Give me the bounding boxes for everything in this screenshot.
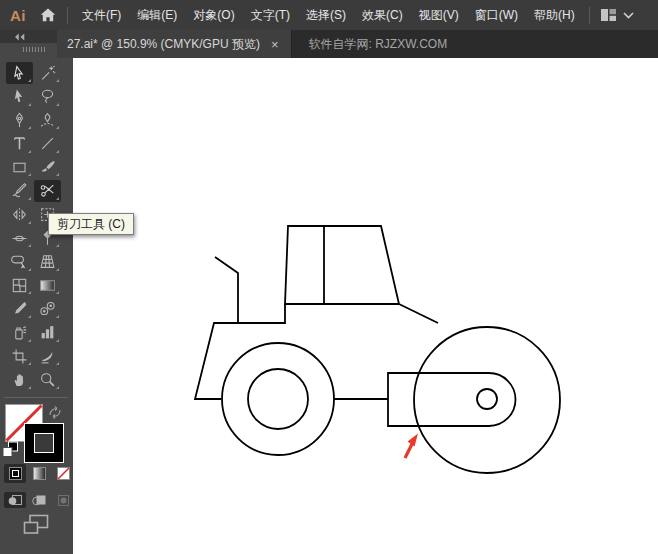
- blend-icon: [39, 300, 56, 317]
- direct-selection-tool[interactable]: [6, 86, 33, 108]
- zoom-tool[interactable]: [34, 369, 61, 391]
- menubar-right: [583, 7, 658, 24]
- menu-item-type[interactable]: 文字(T): [243, 0, 298, 30]
- none-swatch-icon: [57, 467, 70, 480]
- draw-normal-icon: [8, 495, 22, 506]
- rectangle-tool[interactable]: [6, 156, 33, 178]
- home-icon: [40, 8, 56, 22]
- handle-line[interactable]: [399, 304, 438, 323]
- pen-icon: [11, 112, 28, 129]
- shaper-tool[interactable]: [6, 180, 33, 202]
- workspace-switcher-icon[interactable]: [600, 8, 617, 22]
- color-fill-icon: [9, 467, 22, 480]
- color-button[interactable]: [4, 464, 26, 483]
- gradient-swatch-icon: [33, 467, 46, 480]
- lasso-tool[interactable]: [34, 86, 61, 108]
- curvature-tool[interactable]: [34, 109, 61, 131]
- rear-wheel-outer[interactable]: [222, 343, 334, 455]
- draw-behind-button[interactable]: [28, 492, 50, 508]
- stroke-color-swatch[interactable]: [24, 423, 64, 463]
- front-roller[interactable]: [414, 327, 560, 473]
- tabbar-promo-text: 软件自学网: RJZXW.COM: [309, 30, 448, 58]
- mesh-icon: [11, 277, 28, 294]
- pen-tool[interactable]: [6, 109, 33, 131]
- swap-fill-stroke-icon[interactable]: [47, 405, 63, 420]
- menu-item-effect[interactable]: 效果(C): [354, 0, 411, 30]
- menu-item-window[interactable]: 窗口(W): [467, 0, 526, 30]
- knife-icon: [39, 348, 56, 365]
- document-tab[interactable]: 27.ai* @ 150.9% (CMYK/GPU 预览) ×: [57, 30, 292, 58]
- draw-inside-icon: [56, 495, 70, 506]
- line-segment-icon: [39, 135, 56, 152]
- collapse-panel-icon[interactable]: [14, 33, 25, 41]
- hand-tool[interactable]: [6, 369, 33, 391]
- menu-item-help[interactable]: 帮助(H): [526, 0, 583, 30]
- menu-item-view[interactable]: 视图(V): [411, 0, 467, 30]
- symbol-sprayer-tool[interactable]: [6, 322, 33, 344]
- paintbrush-tool[interactable]: [34, 156, 61, 178]
- annotation-arrow: [405, 434, 418, 459]
- menubar: Ai 文件(F) 编辑(E) 对象(O) 文字(T) 选择(S) 效果(C) 视…: [0, 0, 658, 30]
- selection-arrow-icon: [11, 65, 28, 82]
- shaper-icon: [11, 182, 28, 199]
- change-screen-mode-button[interactable]: [23, 514, 49, 535]
- panel-drag-grip[interactable]: [23, 47, 45, 52]
- close-tab-icon[interactable]: ×: [269, 37, 281, 52]
- drawing-mode-buttons: [4, 492, 74, 508]
- magnifier-icon: [39, 371, 56, 388]
- menu-item-file[interactable]: 文件(F): [74, 0, 129, 30]
- rear-wheel-inner[interactable]: [248, 369, 308, 429]
- slice-tool[interactable]: [34, 345, 61, 367]
- artboard-tool[interactable]: [6, 345, 33, 367]
- home-button[interactable]: [35, 0, 61, 30]
- document-tab-title: 27.ai* @ 150.9% (CMYK/GPU 预览): [67, 36, 260, 53]
- menu-list: 文件(F) 编辑(E) 对象(O) 文字(T) 选择(S) 效果(C) 视图(V…: [74, 0, 583, 30]
- line-segment-tool[interactable]: [34, 133, 61, 155]
- reflect-icon: [11, 206, 28, 223]
- width-tool[interactable]: [6, 227, 33, 249]
- paintbrush-icon: [39, 159, 56, 176]
- body-outline[interactable]: [195, 304, 285, 399]
- scissors-tool[interactable]: [34, 180, 61, 202]
- type-tool[interactable]: [6, 133, 33, 155]
- default-fill-stroke-icon[interactable]: [2, 441, 19, 458]
- shape-builder-tool[interactable]: [6, 251, 33, 273]
- tab-bar: 27.ai* @ 150.9% (CMYK/GPU 预览) × 软件自学网: R…: [0, 30, 658, 58]
- draw-behind-icon: [32, 495, 46, 506]
- draw-inside-button[interactable]: [52, 492, 74, 508]
- perspective-grid-tool[interactable]: [34, 251, 61, 273]
- artwork-road-roller: [73, 58, 658, 554]
- none-button[interactable]: [52, 464, 74, 483]
- blend-tool[interactable]: [34, 298, 61, 320]
- reflect-tool[interactable]: [6, 204, 33, 226]
- document-canvas[interactable]: [73, 58, 658, 554]
- magic-wand-tool[interactable]: [34, 62, 61, 84]
- spray-can-icon: [11, 324, 28, 341]
- tool-tooltip: 剪刀工具 (C): [48, 213, 134, 235]
- eyedropper-tool[interactable]: [6, 298, 33, 320]
- gradient-button[interactable]: [28, 464, 50, 483]
- exhaust-pipe[interactable]: [215, 257, 238, 323]
- shape-builder-icon: [11, 253, 28, 270]
- draw-normal-button[interactable]: [4, 492, 26, 508]
- bar-chart-icon: [39, 324, 56, 341]
- cab-shape[interactable]: [285, 226, 399, 304]
- column-graph-tool[interactable]: [34, 322, 61, 344]
- menu-item-edit[interactable]: 编辑(E): [129, 0, 185, 30]
- tools-panel-header-strip: [0, 30, 57, 43]
- type-icon: [11, 135, 28, 152]
- eyedropper-icon: [11, 300, 28, 317]
- curvature-icon: [39, 112, 56, 129]
- menubar-separator: [67, 7, 68, 24]
- mesh-tool[interactable]: [6, 274, 33, 296]
- chevron-down-icon[interactable]: [623, 12, 634, 19]
- artboard-icon: [11, 348, 28, 365]
- illustrator-window: Ai 文件(F) 编辑(E) 对象(O) 文字(T) 选择(S) 效果(C) 视…: [0, 0, 658, 554]
- gradient-tool[interactable]: [34, 274, 61, 296]
- menu-item-object[interactable]: 对象(O): [185, 0, 242, 30]
- selection-tool[interactable]: [6, 62, 33, 84]
- scissors-icon: [39, 182, 56, 199]
- tools-panel-header: [0, 30, 57, 58]
- menu-item-select[interactable]: 选择(S): [298, 0, 354, 30]
- roller-hub[interactable]: [477, 389, 497, 409]
